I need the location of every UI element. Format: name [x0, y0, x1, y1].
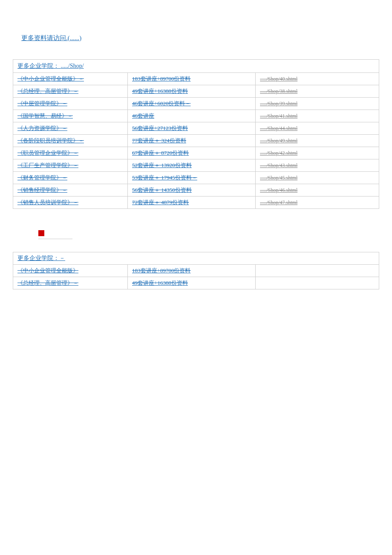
table-row: 《销售人员培训学院》－72套讲座＋ 4879份资料...../Shop/47.s… — [13, 197, 379, 209]
row-desc-link[interactable]: 53套讲座＋ 17945份资料－ — [132, 174, 197, 181]
table-row: 《中小企业管理全能版》183套讲座+89700份资料 — [13, 265, 379, 277]
row-name-link[interactable]: 《职员管理企业学院》－ — [17, 150, 78, 156]
row-desc-link[interactable]: 49套讲座+16388份资料 — [132, 88, 188, 94]
row2-desc-link[interactable]: 49套讲座+16388份资料 — [132, 280, 188, 286]
row-name-link[interactable]: 《各阶段职员培训学院》－ — [17, 137, 84, 144]
row2-name-link[interactable]: 《中小企业管理全能版》 — [17, 267, 78, 274]
row-desc-link[interactable]: 46套讲座 — [132, 113, 154, 119]
table-row: 《总经理、高层管理》－49套讲座+16388份资料...../Shop/38.s… — [13, 85, 379, 98]
table2-header-link[interactable]: 更多企业学院：－ — [17, 255, 65, 261]
table-row: 《销售经理学院》－56套讲座＋ 14350份资料...../Shop/46.sh… — [13, 184, 379, 197]
row-name-link[interactable]: 《销售经理学院》－ — [17, 187, 67, 193]
table-row: 《总经理、高层管理》－49套讲座+16388份资料 — [13, 277, 379, 289]
enterprise-table-1: 更多企业学院： ...../Shop/ 《中小企业管理全能版》－183套讲座+8… — [13, 59, 379, 209]
row-url-link[interactable]: ...../Shop/41.shtml — [260, 113, 297, 119]
row-url-link[interactable]: ...../Shop/39.shtml — [260, 101, 297, 107]
row-name-link[interactable]: 《人力资源学院》－ — [17, 125, 67, 131]
table-row: 《中层管理学院》－46套讲座+6020份资料－...../Shop/39.sht… — [13, 98, 379, 110]
row-desc-link[interactable]: 46套讲座+6020份资料－ — [132, 100, 190, 107]
divider — [38, 239, 72, 239]
row-url-link[interactable]: ...../Shop/47.shtml — [260, 199, 297, 205]
table-row: 《职员管理企业学院》－67套讲座＋ 8720份资料...../Shop/42.s… — [13, 147, 379, 159]
row-name-link[interactable]: 《中小企业管理全能版》－ — [17, 75, 84, 82]
row2-desc-link[interactable]: 183套讲座+89700份资料 — [132, 267, 190, 274]
row-url-link[interactable]: ...../Shop/40.shtml — [260, 76, 297, 82]
row-url-link[interactable]: ...../Shop/46.shtml — [260, 187, 297, 193]
row-url-link[interactable]: ...../Shop/44.shtml — [260, 125, 297, 131]
table2-header-label: 更多企业学院：－ — [17, 255, 65, 261]
row-desc-link[interactable]: 183套讲座+89700份资料 — [132, 75, 190, 82]
row-url-link[interactable]: ...../Shop/43.shtml — [260, 162, 297, 168]
table-row: 《人力资源学院》－56套讲座+27123份资料...../Shop/44.sht… — [13, 122, 379, 135]
table-row: 《国学智慧、易经》－46套讲座...../Shop/41.shtml — [13, 110, 379, 122]
row-url-link[interactable]: ...../Shop/45.shtml — [260, 175, 297, 181]
enterprise-table-2: 更多企业学院：－ 《中小企业管理全能版》183套讲座+89700份资料《总经理、… — [13, 252, 379, 289]
row-name-link[interactable]: 《工厂生产管理学院》－ — [17, 162, 78, 168]
row-url-link[interactable]: ...../Shop/38.shtml — [260, 88, 297, 94]
row-name-link[interactable]: 《销售人员培训学院》－ — [17, 199, 78, 205]
table-row: 《财务管理学院》－53套讲座＋ 17945份资料－...../Shop/45.s… — [13, 172, 379, 184]
enterprise-table-section-2: 更多企业学院：－ 《中小企业管理全能版》183套讲座+89700份资料《总经理、… — [13, 252, 379, 289]
row-desc-link[interactable]: 77套讲座＋ 324份资料 — [132, 137, 186, 144]
row2-name-link[interactable]: 《总经理、高层管理》－ — [17, 280, 78, 286]
row-name-link[interactable]: 《总经理、高层管理》－ — [17, 88, 78, 94]
table-header-row: 更多企业学院： ...../Shop/ — [13, 60, 379, 73]
row-name-link[interactable]: 《国学智慧、易经》－ — [17, 113, 73, 119]
row-desc-link[interactable]: 56套讲座+27123份资料 — [132, 125, 188, 131]
row-desc-link[interactable]: 52套讲座＋ 13920份资料 — [132, 162, 192, 168]
row-name-link[interactable]: 《财务管理学院》－ — [17, 174, 67, 181]
row-url-link[interactable]: ...../Shop/42.shtml — [260, 150, 297, 156]
row-url-link[interactable]: ...../Shop/49.shtml — [260, 138, 297, 144]
table1-header-link[interactable]: 更多企业学院： ...../Shop/ — [17, 63, 84, 69]
table1-header-url: ...../Shop/ — [61, 63, 84, 69]
row-desc-link[interactable]: 72套讲座＋ 4879份资料 — [132, 199, 189, 205]
table-row: 《工厂生产管理学院》－52套讲座＋ 13920份资料...../Shop/43.… — [13, 159, 379, 172]
row-desc-link[interactable]: 56套讲座＋ 14350份资料 — [132, 187, 192, 193]
row-name-link[interactable]: 《中层管理学院》－ — [17, 100, 67, 107]
table2-header-row: 更多企业学院：－ — [13, 252, 379, 265]
table1-header-label: 更多企业学院： — [17, 63, 59, 69]
table-row: 《中小企业管理全能版》－183套讲座+89700份资料...../Shop/40… — [13, 73, 379, 85]
more-resources-link[interactable]: 更多资料请访问.(......) — [21, 35, 81, 41]
red-square-icon — [38, 230, 44, 236]
enterprise-table-section-1: 更多企业学院： ...../Shop/ 《中小企业管理全能版》－183套讲座+8… — [13, 59, 379, 209]
table-row: 《各阶段职员培训学院》－77套讲座＋ 324份资料...../Shop/49.s… — [13, 135, 379, 147]
row-desc-link[interactable]: 67套讲座＋ 8720份资料 — [132, 150, 189, 156]
